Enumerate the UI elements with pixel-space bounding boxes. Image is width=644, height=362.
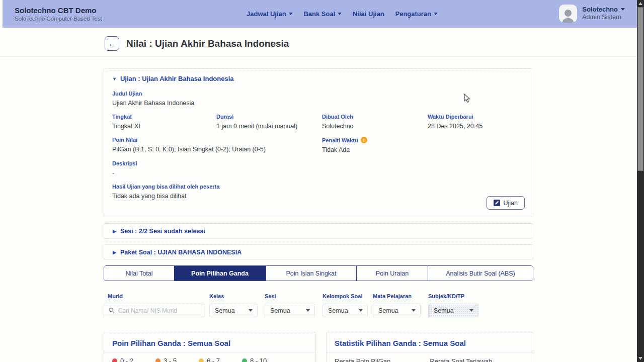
field-waktu-diperbarui: Waktu Diperbarui 28 Des 2025, 20:45	[428, 114, 525, 130]
user-text: Solotechno Admin Sistem	[582, 5, 625, 23]
accordion-paket-soal-label: Paket Soal : UJIAN BAHASA INDONESIA	[120, 249, 242, 256]
field-value: -	[112, 169, 525, 176]
field-tingkat: Tingkat Tingkat XI	[112, 114, 216, 130]
caret-down-icon	[434, 13, 438, 15]
filter-sesi-label: Sesi	[265, 293, 315, 299]
kelompok-soal-select[interactable]: Semua	[323, 304, 368, 317]
chevron-collapsed-icon: ▶	[113, 250, 116, 255]
brand[interactable]: Solotechno CBT Demo SoloTechno Computer …	[3, 6, 102, 22]
legend-range: 6 - 7	[207, 357, 220, 362]
poin-pilgan-card: Poin Pilihan Ganda : Semua Soal 0 - 2 3 …	[104, 332, 316, 362]
page-title: Nilai : Ujian Akhir Bahasa Indonesia	[126, 38, 289, 49]
vertical-scrollbar[interactable]	[637, 0, 644, 362]
field-value: Solotechno	[322, 123, 428, 130]
caret-down-icon	[469, 309, 473, 312]
sesi-select[interactable]: Semua	[265, 304, 315, 317]
caret-down-icon	[359, 309, 363, 312]
tab-poin-pilihan-ganda[interactable]: Poin Pilihan Ganda	[174, 266, 266, 281]
score-tabbar: Nilai Total Poin Pilihan Ganda Poin Isia…	[104, 265, 533, 281]
page-header: ← Nilai : Ujian Akhir Bahasa Indonesia	[0, 28, 637, 57]
tab-poin-isian-singkat[interactable]: Poin Isian Singkat	[266, 266, 356, 281]
accordion-paket-soal[interactable]: ▶ Paket Soal : UJIAN BAHASA INDONESIA	[104, 244, 533, 260]
field-value: 1 jam 0 menit (mulai manual)	[216, 123, 322, 130]
avatar	[559, 5, 577, 23]
nav-jadwal-ujian[interactable]: Jadwal Ujian	[247, 10, 293, 18]
field-penalti-waktu: Penalti Waktu ! Tidak Ada	[322, 137, 525, 153]
nav-bank-soal-label: Bank Soal	[303, 10, 335, 18]
scroll-up-button[interactable]	[637, 0, 644, 7]
caret-down-icon	[621, 8, 625, 11]
field-label: Poin Nilai	[112, 137, 322, 143]
accordion-sesi[interactable]: ▶ Sesi : 2/2 Sesi sudah selesai	[104, 223, 533, 239]
caret-down-icon	[338, 13, 342, 15]
legend-range: 3 - 5	[164, 357, 177, 362]
field-label: Judul Ujian	[112, 90, 525, 97]
field-durasi: Durasi 1 jam 0 menit (mulai manual)	[216, 114, 322, 130]
field-value: Ujian Akhir Bahasa Indonesia	[112, 100, 525, 107]
subjek-kd-tp-select[interactable]: Semua	[428, 304, 478, 317]
field-label: Durasi	[216, 114, 322, 120]
nav-pengaturan[interactable]: Pengaturan	[395, 10, 438, 18]
scrollbar-thumb[interactable]	[637, 7, 643, 171]
kelas-select[interactable]: Semua	[209, 304, 258, 317]
sesi-select-value: Semua	[270, 307, 290, 314]
edit-ujian-button[interactable]: Ujian	[487, 196, 525, 210]
exam-fields-row-1: Tingkat Tingkat XI Durasi 1 jam 0 menit …	[112, 114, 525, 130]
filter-sesi: Sesi Semua	[265, 293, 315, 317]
legend-dot-yellow	[199, 358, 204, 362]
tab-poin-uraian[interactable]: Poin Uraian	[356, 266, 428, 281]
nav-pengaturan-label: Pengaturan	[395, 10, 431, 18]
filter-murid: Murid	[104, 293, 205, 317]
mata-pelajaran-select-value: Semua	[378, 307, 398, 314]
poin-pilgan-card-title: Poin Pilihan Ganda : Semua Soal	[104, 332, 315, 352]
field-value: Tidak ada yang bisa dilihat	[112, 193, 525, 200]
nav-jadwal-ujian-label: Jadwal Ujian	[247, 10, 286, 18]
legend-range: 0 - 2	[120, 357, 133, 362]
stat-rerata-soal: Rerata Soal Terjawab	[430, 357, 492, 362]
caret-down-icon	[249, 309, 253, 312]
field-label: Deskripsi	[112, 160, 525, 166]
filter-subjek-kd-tp-label: Subjek/KD/TP	[428, 293, 478, 299]
arrow-down-icon	[638, 357, 642, 360]
legend-range: 8 - 10	[250, 357, 267, 362]
tab-nilai-total[interactable]: Nilai Total	[104, 266, 174, 281]
exam-accordion-title: Ujian : Ujian Akhir Bahasa Indonesia	[120, 75, 234, 82]
statistik-row: Rerata Poin PilGan Rerata Soal Terjawab	[327, 352, 533, 362]
tab-analisis-butir-soal[interactable]: Analisis Butir Soal (ABS)	[428, 266, 533, 281]
app-window: Solotechno CBT Demo SoloTechno Computer …	[0, 0, 644, 362]
kelas-select-value: Semua	[215, 307, 235, 314]
nav-bank-soal[interactable]: Bank Soal	[303, 10, 342, 18]
filter-kelas: Kelas Semua	[209, 293, 258, 317]
arrow-up-icon	[638, 2, 642, 5]
subjek-kd-tp-select-value: Semua	[434, 307, 454, 314]
back-button[interactable]: ←	[105, 36, 119, 51]
user-role: Admin Sistem	[582, 14, 625, 21]
nav-nilai-ujian-label: Nilai Ujian	[353, 10, 384, 18]
info-icon[interactable]: !	[361, 137, 367, 143]
field-dibuat-oleh: Dibuat Oleh Solotechno	[322, 114, 428, 130]
top-navbar: Solotechno CBT Demo SoloTechno Computer …	[3, 0, 637, 28]
field-label: Penalti Waktu	[322, 137, 358, 143]
exam-accordion-header[interactable]: ▼ Ujian : Ujian Akhir Bahasa Indonesia	[112, 75, 525, 82]
user-name-label: Solotechno	[582, 6, 618, 13]
filter-kelompok-soal-label: Kelompok Soal	[323, 293, 368, 299]
field-value: Tingkat XI	[112, 123, 216, 130]
field-value: Tidak Ada	[322, 146, 525, 153]
nav-nilai-ujian[interactable]: Nilai Ujian	[353, 10, 384, 18]
search-icon	[109, 307, 115, 314]
person-icon	[560, 8, 576, 23]
mouse-cursor	[464, 94, 470, 103]
filter-kelas-label: Kelas	[209, 293, 258, 299]
kelompok-soal-select-value: Semua	[328, 307, 348, 314]
exam-details-card: ▼ Ujian : Ujian Akhir Bahasa Indonesia J…	[104, 68, 533, 217]
mata-pelajaran-select[interactable]: Semua	[373, 304, 421, 317]
murid-search-input[interactable]	[118, 307, 200, 314]
user-menu[interactable]: Solotechno Admin Sistem	[559, 5, 625, 23]
field-label: Hasil Ujian yang bisa dilihat oleh peser…	[112, 184, 525, 190]
back-arrow-icon: ←	[108, 39, 116, 48]
filter-row: Murid Kelas Semua Sesi Semua	[104, 293, 533, 317]
user-name: Solotechno	[582, 6, 625, 13]
edit-icon	[494, 200, 500, 206]
scroll-down-button[interactable]	[637, 355, 644, 362]
statistik-pilgan-card: Statistik Pilihan Ganda : Semua Soal Rer…	[326, 332, 533, 362]
